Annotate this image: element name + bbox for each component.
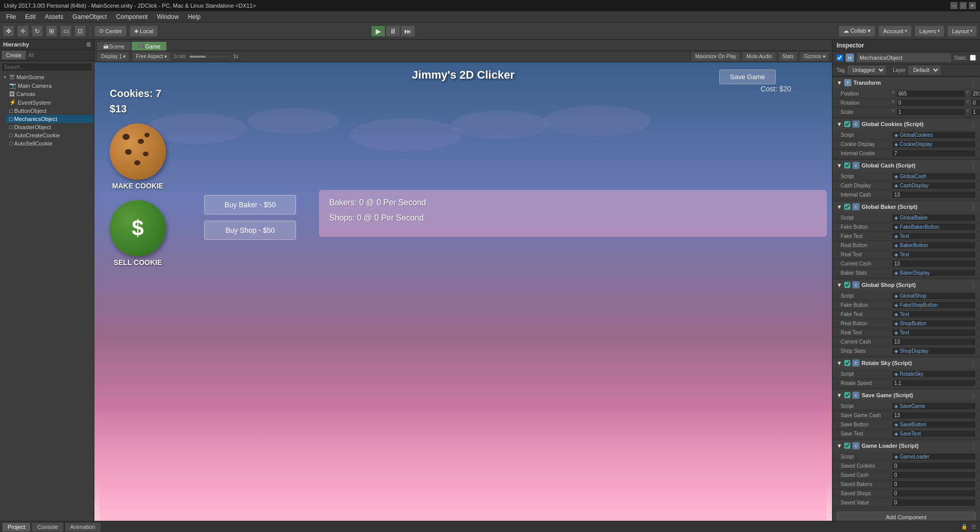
position-y[interactable] [971, 90, 980, 98]
layout-button[interactable]: Layout ▾ [947, 26, 977, 37]
component-transform-header[interactable]: ▼ T Transform ⋮ [832, 77, 980, 88]
transform-tool[interactable]: ⊡ [75, 26, 86, 37]
component-global-cookies-(script)-header[interactable]: ▼ C Global Cookies (Script) ⋮ [832, 118, 980, 130]
collab-button[interactable]: ☁ Collab ▾ [839, 26, 875, 37]
rotation-y[interactable] [971, 99, 980, 107]
hier-item-maincamera[interactable]: 📷 Main Camera [6, 81, 94, 90]
menu-component[interactable]: Component [112, 12, 152, 21]
component-rotate-sky-(script)-header[interactable]: ▼ C Rotate Sky (Script) ⋮ [832, 357, 980, 369]
prop-value-6-2[interactable]: ◈ SaveButton [892, 421, 976, 428]
close-button[interactable]: ✕ [969, 2, 976, 9]
add-component-button[interactable]: Add Component [837, 512, 976, 521]
maximize-on-play-btn[interactable]: Maximize On Play [692, 52, 740, 61]
hier-item-mechanicsobject[interactable]: □ MechanicsObject [6, 115, 94, 123]
tab-game[interactable]: 🎮 Game [131, 41, 167, 51]
sell-cookie-button[interactable]: $ SELL COOKIE [110, 200, 166, 267]
account-button[interactable]: Account ▾ [878, 26, 912, 37]
prop-value-6-3[interactable]: ◈ SaveText [892, 430, 976, 438]
prop-value-1-0[interactable]: ◈ GlobalCookies [892, 131, 976, 139]
comp-active-checkbox-3[interactable] [844, 204, 850, 210]
object-active-checkbox[interactable] [837, 55, 843, 61]
buy-shop-button[interactable]: Buy Shop - $50 [204, 221, 296, 240]
menu-window[interactable]: Window [153, 12, 183, 21]
panel-menu-icon[interactable]: ☰ [969, 524, 978, 529]
prop-value-4-3[interactable]: ◈ ShopButton [892, 320, 976, 327]
hier-item-autocreatecookie[interactable]: □ AutoCreateCookie [6, 131, 94, 139]
component-global-cash-(script)-header[interactable]: ▼ C Global Cash (Script) ⋮ [832, 159, 980, 171]
comp-menu-5[interactable]: ⋮ [971, 360, 976, 366]
hier-item-disasterobject[interactable]: □ DisasterObject [6, 123, 94, 131]
comp-menu-3[interactable]: ⋮ [971, 204, 976, 210]
component-game-loader-(script)-header[interactable]: ▼ C Game Loader (Script) ⋮ [832, 440, 980, 451]
prop-value-6-0[interactable]: ◈ SaveGame [892, 402, 976, 410]
rect-tool[interactable]: ▭ [60, 26, 71, 37]
component-global-shop-(script)-header[interactable]: ▼ C Global Shop (Script) ⋮ [832, 279, 980, 291]
gizmos-btn[interactable]: Gizmos ▾ [800, 52, 829, 61]
rotation-x[interactable] [896, 99, 965, 107]
local-button[interactable]: ◈ Local [130, 26, 158, 37]
prop-value-1-1[interactable]: ◈ CookieDisplay [892, 140, 976, 148]
hier-item-buttonobject[interactable]: □ ButtonObject [6, 107, 94, 115]
make-cookie-button[interactable]: MAKE COOKIE [110, 124, 166, 190]
scale-slider[interactable] [189, 56, 230, 58]
move-tool[interactable]: ✛ [17, 26, 29, 37]
comp-menu-6[interactable]: ⋮ [971, 393, 976, 398]
tag-dropdown[interactable]: Untagged [848, 66, 886, 75]
scale-x[interactable] [896, 108, 965, 116]
step-button[interactable]: ⏭ [401, 26, 415, 37]
comp-active-checkbox-6[interactable] [844, 392, 850, 398]
prop-value-2-1[interactable]: ◈ CashDisplay [892, 182, 976, 189]
prop-value-5-0[interactable]: ◈ RotateSky [892, 370, 976, 378]
hand-tool[interactable]: ✥ [3, 26, 14, 37]
stats-btn[interactable]: Stats [779, 52, 798, 61]
hierarchy-create-button[interactable]: Create [2, 51, 26, 60]
tab-project[interactable]: Project [2, 522, 31, 531]
mute-audio-btn[interactable]: Mute Audio [743, 52, 775, 61]
object-name-input[interactable] [857, 54, 951, 62]
tab-console[interactable]: Console [32, 522, 63, 531]
prop-value-4-1[interactable]: ◈ FakeShopButton [892, 301, 976, 309]
comp-menu-7[interactable]: ⋮ [971, 443, 976, 449]
menu-help[interactable]: Help [184, 12, 205, 21]
play-button[interactable]: ▶ [371, 26, 385, 37]
position-x[interactable] [896, 90, 965, 98]
maximize-button[interactable]: □ [960, 2, 967, 9]
prop-value-2-0[interactable]: ◈ GlobalCash [892, 173, 976, 180]
hier-item-eventsystem[interactable]: ⚡ EventSystem [6, 98, 94, 107]
component-global-baker-(script)-header[interactable]: ▼ C Global Baker (Script) ⋮ [832, 201, 980, 212]
comp-menu-1[interactable]: ⋮ [971, 122, 976, 127]
menu-file[interactable]: File [2, 12, 20, 21]
static-checkbox[interactable] [970, 55, 976, 61]
comp-active-checkbox-4[interactable] [844, 282, 850, 288]
hier-item-mainscene[interactable]: ▼ 🎬 MainScene [0, 73, 94, 81]
rotate-tool[interactable]: ↻ [32, 26, 43, 37]
tab-scene[interactable]: 🏔 Scene [96, 41, 131, 51]
minimize-button[interactable]: ─ [950, 2, 958, 9]
hierarchy-menu-icon[interactable]: ☰ [86, 42, 91, 47]
comp-active-checkbox-2[interactable] [844, 162, 850, 168]
scale-tool[interactable]: ⊞ [46, 26, 57, 37]
transform-menu[interactable]: ⋮ [971, 80, 976, 86]
menu-assets[interactable]: Assets [41, 12, 67, 21]
pause-button[interactable]: ⏸ [386, 26, 400, 37]
comp-menu-2[interactable]: ⋮ [971, 163, 976, 168]
tab-animation[interactable]: Animation [65, 522, 101, 531]
prop-value-4-4[interactable]: ◈ Text [892, 329, 976, 336]
hierarchy-search-input[interactable] [2, 63, 92, 71]
hier-item-autosellcookie[interactable]: □ AutoSellCookie [6, 139, 94, 148]
prop-value-4-2[interactable]: ◈ Text [892, 310, 976, 318]
display-dropdown[interactable]: Display 1 ▾ [97, 52, 129, 61]
prop-value-3-6[interactable]: ◈ BakerDisplay [892, 269, 976, 277]
layer-dropdown[interactable]: Default [909, 66, 940, 75]
component-save-game-(script)-header[interactable]: ▼ C Save Game (Script) ⋮ [832, 389, 980, 401]
hier-item-canvas[interactable]: 🖼 Canvas [6, 90, 94, 98]
menu-edit[interactable]: Edit [21, 12, 40, 21]
prop-value-4-0[interactable]: ◈ GlobalShop [892, 292, 976, 300]
aspect-dropdown[interactable]: Free Aspect ▾ [132, 52, 170, 61]
comp-active-checkbox-7[interactable] [844, 443, 850, 449]
prop-value-3-3[interactable]: ◈ BakerButton [892, 241, 976, 249]
comp-menu-4[interactable]: ⋮ [971, 282, 976, 288]
prop-value-4-6[interactable]: ◈ ShopDisplay [892, 347, 976, 355]
save-game-button[interactable]: Save Game [719, 69, 776, 84]
prop-value-3-0[interactable]: ◈ GlobalBaker [892, 214, 976, 222]
